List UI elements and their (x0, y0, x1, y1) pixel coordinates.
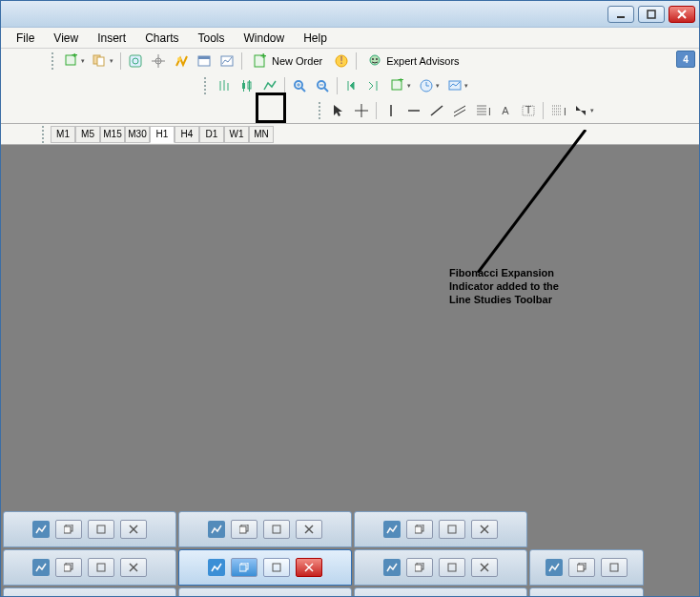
candle-chart-button[interactable] (237, 75, 257, 96)
maximize-button[interactable] (601, 558, 628, 577)
callout-line (468, 130, 621, 273)
text-label-button[interactable]: T (518, 100, 539, 121)
menu-file[interactable]: File (7, 30, 44, 47)
svg-rect-89 (273, 564, 280, 571)
new-order-button[interactable]: + New Order (246, 51, 329, 72)
svg-line-32 (301, 88, 305, 92)
notification-badge[interactable]: 4 (676, 51, 695, 68)
arrows-button[interactable]: ▾ (570, 100, 597, 121)
close-button[interactable] (296, 558, 322, 577)
maximize-button[interactable] (263, 558, 290, 577)
bar-chart-button[interactable] (214, 75, 235, 96)
timeframe-m1[interactable]: M1 (51, 126, 75, 143)
minimize-button[interactable] (607, 6, 634, 23)
svg-rect-84 (97, 564, 105, 571)
minimized-chart-window[interactable] (3, 511, 176, 547)
line-chart-button[interactable] (259, 75, 280, 96)
data-window-button[interactable] (171, 51, 192, 72)
crosshair-button[interactable] (351, 100, 372, 121)
vertical-line-button[interactable] (381, 100, 401, 121)
timeframe-m15[interactable]: M15 (100, 126, 125, 143)
timeframe-mn[interactable]: MN (249, 126, 274, 143)
new-chart-button[interactable]: +▾ (61, 51, 88, 72)
minimized-chart-window[interactable] (529, 587, 644, 597)
minimized-chart-window[interactable] (529, 549, 644, 586)
restore-button[interactable] (568, 558, 595, 577)
equidistant-channel-button[interactable] (449, 100, 470, 121)
close-button[interactable] (120, 520, 147, 539)
minimized-chart-window[interactable] (354, 549, 527, 586)
profiles-button[interactable]: ▾ (90, 51, 116, 72)
maximize-button[interactable] (88, 558, 114, 577)
restore-button[interactable] (406, 520, 433, 539)
menu-help[interactable]: Help (294, 30, 337, 47)
menu-charts[interactable]: Charts (135, 30, 188, 47)
chart-icon (208, 521, 225, 538)
close-button[interactable] (296, 520, 322, 539)
cursor-button[interactable] (328, 100, 349, 121)
close-button[interactable] (120, 558, 147, 577)
minimized-chart-window[interactable] (178, 587, 352, 597)
restore-button[interactable] (55, 558, 82, 577)
svg-rect-73 (239, 526, 246, 533)
menu-tools[interactable]: Tools (189, 30, 235, 47)
new-order-label: New Order (272, 55, 322, 67)
toolbar-handle[interactable] (51, 52, 57, 70)
chart-icon (383, 521, 401, 538)
minimized-chart-window[interactable] (354, 587, 527, 597)
templates-button[interactable]: ▾ (444, 75, 471, 96)
toolbar-handle[interactable] (319, 102, 324, 119)
zoom-in-button[interactable] (289, 75, 310, 96)
restore-button[interactable] (231, 558, 257, 577)
fibonacci-expansion-button[interactable]: F (547, 100, 568, 121)
restore-button[interactable] (55, 520, 82, 539)
zoom-out-button[interactable] (312, 75, 333, 96)
line-studies-toolbar: F A T F ▾ (1, 98, 699, 123)
minimized-chart-window[interactable] (3, 549, 176, 586)
autotrading-button[interactable]: ! (331, 51, 352, 72)
timeframe-m30[interactable]: M30 (125, 126, 150, 143)
svg-rect-69 (97, 525, 105, 533)
close-button[interactable] (471, 558, 498, 577)
periodicity-button[interactable]: ▾ (416, 75, 443, 96)
fibonacci-retracement-button[interactable]: F (472, 100, 493, 121)
horizontal-line-button[interactable] (403, 100, 424, 121)
navigator-button[interactable] (148, 51, 169, 72)
indicators-button[interactable]: +▾ (387, 75, 414, 96)
restore-button[interactable] (231, 520, 257, 539)
auto-scroll-button[interactable] (341, 75, 362, 96)
minimized-chart-window-active[interactable] (178, 549, 352, 586)
toolbar-handle[interactable] (42, 126, 48, 143)
svg-text:F: F (564, 106, 566, 117)
menu-view[interactable]: View (44, 30, 88, 47)
toolbar-handle[interactable] (204, 77, 210, 94)
expert-advisors-button[interactable]: Expert Advisors (360, 51, 465, 72)
maximize-button[interactable] (439, 520, 465, 539)
timeframe-w1[interactable]: W1 (224, 126, 249, 143)
maximize-button[interactable] (439, 558, 465, 577)
chart-area: Fibonacci Expansion Indicator added to t… (1, 145, 699, 511)
close-button[interactable] (669, 6, 695, 23)
minimized-chart-window[interactable] (3, 587, 176, 597)
minimized-chart-window[interactable] (354, 511, 527, 547)
timeframe-d1[interactable]: D1 (199, 126, 224, 143)
chart-shift-button[interactable] (364, 75, 385, 96)
chart-icon (32, 521, 50, 538)
minimized-chart-window[interactable] (178, 511, 352, 547)
timeframe-h4[interactable]: H4 (175, 126, 199, 143)
text-button[interactable]: A (495, 100, 516, 121)
trendline-button[interactable] (426, 100, 447, 121)
svg-rect-79 (448, 525, 456, 533)
strategy-tester-button[interactable] (216, 51, 237, 72)
timeframe-h1[interactable]: H1 (150, 126, 175, 143)
maximize-button[interactable] (638, 6, 665, 23)
maximize-button[interactable] (88, 520, 114, 539)
menu-insert[interactable]: Insert (88, 30, 135, 47)
market-watch-button[interactable] (125, 51, 146, 72)
restore-button[interactable] (406, 558, 433, 577)
terminal-button[interactable] (194, 51, 215, 72)
maximize-button[interactable] (263, 520, 290, 539)
timeframe-m5[interactable]: M5 (75, 126, 100, 143)
menu-window[interactable]: Window (235, 30, 295, 47)
close-button[interactable] (471, 520, 498, 539)
